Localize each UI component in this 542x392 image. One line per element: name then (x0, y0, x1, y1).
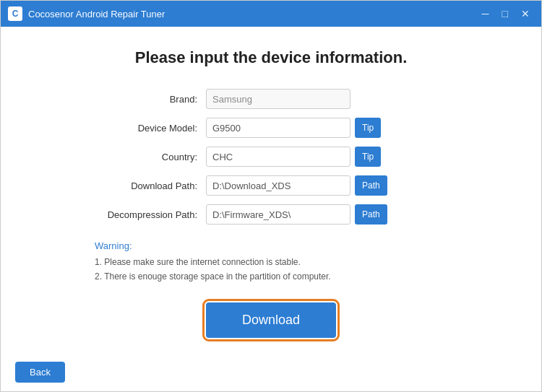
app-icon: C (8, 6, 22, 21)
device-model-row: Device Model: Tip (90, 118, 452, 138)
download-button[interactable]: Download (206, 302, 336, 338)
minimize-button[interactable]: ─ (478, 7, 494, 20)
download-button-area: Download (22, 302, 520, 338)
app-window: C Cocosenor Android Repair Tuner ─ □ ✕ P… (0, 0, 542, 392)
window-title: Cocosenor Android Repair Tuner (28, 9, 478, 19)
device-model-label: Device Model: (90, 123, 206, 134)
download-path-row: Download Path: Path (90, 175, 452, 196)
warning-section: Warning: 1. Please make sure the interne… (95, 240, 456, 284)
brand-row: Brand: (90, 89, 452, 109)
warning-line-1: 1. Please make sure the internet connect… (95, 255, 456, 269)
back-button[interactable]: Back (15, 362, 65, 383)
title-bar: C Cocosenor Android Repair Tuner ─ □ ✕ (1, 1, 541, 27)
warning-title: Warning: (95, 240, 456, 251)
country-label: Country: (90, 152, 206, 162)
download-path-label: Download Path: (90, 180, 206, 191)
decompression-path-input[interactable] (206, 204, 350, 225)
country-row: Country: Tip (90, 147, 452, 167)
main-content: Please input the device information. Bra… (1, 27, 541, 353)
warning-line-2: 2. There is enouge storage space in the … (95, 269, 456, 284)
page-title: Please input the device information. (22, 48, 520, 67)
download-path-input[interactable] (206, 175, 350, 196)
country-input[interactable] (206, 147, 350, 167)
decompression-path-row: Decompression Path: Path (90, 204, 452, 225)
warning-text: 1. Please make sure the internet connect… (95, 255, 456, 284)
close-button[interactable]: ✕ (517, 7, 534, 20)
decompression-path-button[interactable]: Path (355, 204, 387, 225)
device-info-form: Brand: Device Model: Tip Country: Tip Do… (22, 89, 520, 233)
maximize-button[interactable]: □ (498, 7, 512, 20)
brand-input[interactable] (206, 89, 350, 109)
device-model-input[interactable] (206, 118, 350, 138)
download-path-button[interactable]: Path (355, 175, 387, 196)
brand-label: Brand: (90, 94, 206, 105)
device-model-tip-button[interactable]: Tip (355, 118, 381, 138)
footer: Back (1, 353, 541, 391)
decompression-path-label: Decompression Path: (90, 209, 206, 220)
country-tip-button[interactable]: Tip (355, 147, 381, 167)
window-controls: ─ □ ✕ (478, 7, 534, 20)
